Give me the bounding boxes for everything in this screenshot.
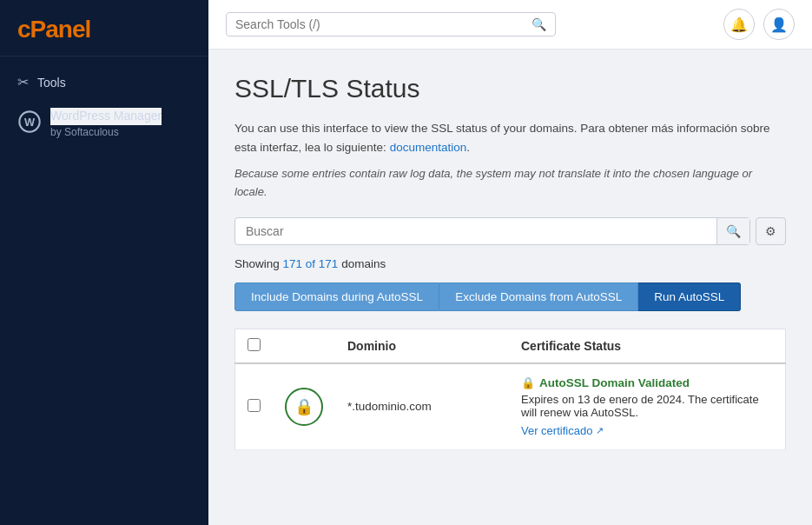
sidebar-logo: cPanel	[0, 0, 208, 56]
col-header-domain: Dominio	[335, 329, 509, 363]
cert-status-label: AutoSSL Domain Validated	[539, 376, 690, 389]
svg-text:W: W	[24, 116, 36, 129]
exclude-domains-button[interactable]: Exclude Domains from AutoSSL	[439, 282, 638, 311]
sidebar-tools-label: Tools	[37, 76, 66, 90]
row-icon-cell: 🔒	[273, 363, 335, 450]
cert-lock-icon: 🔒	[521, 376, 535, 389]
page-title: SSL/TLS Status	[234, 74, 786, 103]
domain-cert-icon: 🔒	[285, 388, 323, 426]
col-header-icon	[273, 329, 335, 363]
cpanel-panel: Panel	[30, 16, 91, 43]
user-menu-button[interactable]: 👤	[763, 9, 795, 40]
view-certificate-link[interactable]: Ver certificado ↗	[521, 424, 773, 437]
filter-search-button[interactable]: 🔍	[716, 218, 749, 244]
row-checkbox[interactable]	[248, 399, 261, 412]
tools-icon: ✂	[17, 74, 29, 90]
bell-icon: 🔔	[730, 17, 748, 33]
sidebar-navigation: ✂ Tools W WordPress Manager by Softaculo…	[0, 56, 208, 156]
search-icon: 🔍	[531, 17, 546, 31]
wordpress-sub-label: by Softaculous	[50, 125, 162, 140]
ver-certificado-text: Ver certificado	[521, 424, 592, 437]
row-status: 🔒 AutoSSL Domain Validated Expires on 13…	[509, 363, 786, 450]
page-content: SSL/TLS Status You can use this interfac…	[208, 50, 812, 525]
wordpress-icon: W	[17, 110, 42, 134]
showing-count: 171 of 171	[283, 257, 339, 270]
run-autossl-button[interactable]: Run AutoSSL	[638, 282, 741, 311]
description-text: You can use this interface to view the S…	[234, 119, 786, 156]
search-input[interactable]	[235, 17, 525, 31]
wordpress-label: WordPress Manager by Softaculous	[50, 108, 162, 139]
filter-settings-button[interactable]: ⚙	[756, 217, 786, 245]
ssl-table: Dominio Certificate Status 🔒 *.tudominio…	[234, 329, 786, 450]
search-box[interactable]: 🔍	[226, 12, 556, 37]
select-all-checkbox[interactable]	[248, 338, 261, 351]
col-header-status: Certificate Status	[509, 329, 786, 363]
sidebar-item-tools[interactable]: ✂ Tools	[0, 65, 208, 99]
user-icon: 👤	[770, 17, 788, 33]
sidebar: cPanel ✂ Tools W WordPress Manager by So…	[0, 0, 208, 525]
filter-bar: 🔍 ⚙	[234, 217, 786, 245]
sidebar-item-wordpress[interactable]: W WordPress Manager by Softaculous	[0, 99, 208, 148]
notifications-button[interactable]: 🔔	[723, 9, 755, 40]
wordpress-main-label: WordPress Manager	[50, 108, 162, 125]
external-link-icon: ↗	[596, 425, 604, 436]
table-header-row: Dominio Certificate Status	[235, 329, 786, 363]
documentation-link[interactable]: documentation	[390, 141, 467, 154]
cert-status-validated: 🔒 AutoSSL Domain Validated	[521, 376, 773, 389]
table-row: 🔒 *.tudominio.com 🔒 AutoSSL Domain Valid…	[235, 363, 786, 450]
cert-expiry: Expires on 13 de enero de 2024. The cert…	[521, 393, 773, 419]
col-header-check	[235, 329, 274, 363]
showing-text: Showing 171 of 171 domains	[234, 257, 786, 270]
filter-input[interactable]	[235, 218, 716, 244]
include-domains-button[interactable]: Include Domains during AutoSSL	[234, 282, 439, 311]
topbar: 🔍 🔔 👤	[208, 0, 812, 50]
cpanel-logo: cPanel	[17, 16, 191, 43]
filter-input-wrap: 🔍	[234, 217, 750, 245]
row-domain: *.tudominio.com	[335, 363, 509, 450]
row-checkbox-cell	[235, 363, 274, 450]
action-buttons: Include Domains during AutoSSL Exclude D…	[234, 282, 786, 311]
lock-icon: 🔒	[294, 397, 314, 416]
cpanel-c: c	[17, 16, 30, 43]
italic-note: Because some entries contain raw log dat…	[234, 165, 786, 202]
main-area: 🔍 🔔 👤 SSL/TLS Status You can use this in…	[208, 0, 812, 525]
topbar-actions: 🔔 👤	[723, 9, 795, 40]
